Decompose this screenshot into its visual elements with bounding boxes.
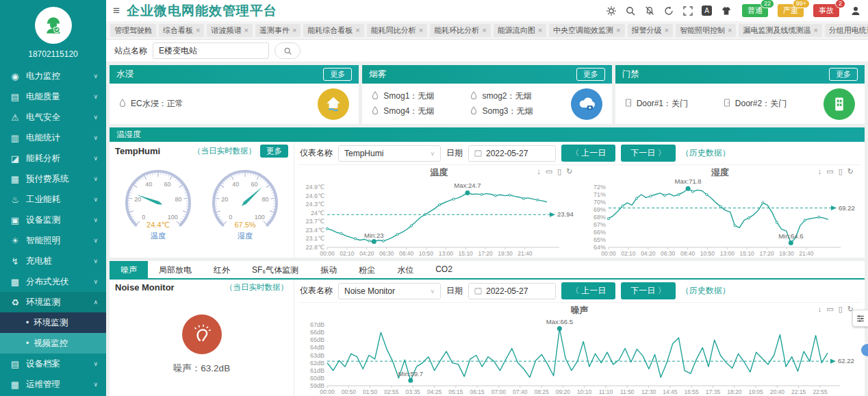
sidebar-item-电能质量[interactable]: ▤电能质量∨	[0, 86, 106, 107]
tab-能耗综合看板[interactable]: 能耗综合看板×	[303, 24, 363, 37]
close-icon[interactable]: ×	[292, 26, 296, 34]
sidebar-item-电能统计[interactable]: ▥电能统计∨	[0, 127, 106, 148]
meter-select[interactable]: TempHumi ∨	[338, 145, 441, 162]
close-icon[interactable]: ×	[538, 26, 542, 34]
mute-bell-icon[interactable]	[643, 5, 655, 16]
history-data-link[interactable]: （历史数据）	[681, 147, 730, 159]
hamburger-icon[interactable]: ≡	[113, 4, 120, 18]
sidebar-item-设备档案[interactable]: ▤设备档案∨	[0, 354, 106, 374]
panel-more-button[interactable]: 更多	[323, 68, 352, 81]
save-image-icon[interactable]: ▯	[839, 167, 843, 176]
close-icon[interactable]: ×	[665, 26, 669, 34]
save-image-icon[interactable]: ▯	[839, 305, 843, 314]
svg-text:20:40: 20:40	[770, 388, 785, 395]
settings-handle[interactable]	[852, 310, 868, 327]
download-icon[interactable]: ↓	[537, 167, 541, 176]
download-icon[interactable]: ↓	[818, 167, 822, 176]
close-icon[interactable]: ×	[244, 26, 248, 34]
theme-shirt-icon[interactable]	[720, 5, 732, 16]
tab-智能照明控制[interactable]: 智能照明控制×	[676, 24, 736, 37]
restore-icon[interactable]: ▭	[826, 305, 833, 314]
tab-能源流向图[interactable]: 能源流向图×	[494, 24, 546, 37]
temphumi-chart-area: 仪表名称 TempHumi ∨ 日期 2022-05-27 〈 上一日	[294, 142, 865, 258]
close-icon[interactable]: ×	[419, 26, 423, 34]
save-image-icon[interactable]: ▯	[557, 167, 561, 176]
app-title: 企业微电网能效管理平台	[127, 2, 277, 20]
restore-icon[interactable]: ▭	[546, 167, 552, 176]
refresh-icon[interactable]	[663, 5, 674, 16]
env-tab-局部放电[interactable]: 局部放电	[148, 261, 203, 278]
env-tab-振动[interactable]: 振动	[309, 261, 348, 278]
alarm-badge-事故[interactable]: 事故2	[813, 4, 839, 17]
tab-中央空调能效监测[interactable]: 中央空调能效监测×	[549, 24, 624, 37]
env-tab-SF₆气体监测[interactable]: SF₆气体监测	[241, 261, 309, 278]
date-picker[interactable]: 2022-05-27	[468, 145, 556, 162]
panel-more-button[interactable]: 更多	[829, 68, 858, 81]
date-picker[interactable]: 2022-05-27	[468, 283, 556, 299]
site-name-input[interactable]	[153, 42, 269, 59]
env-tab-噪声[interactable]: 噪声	[110, 261, 148, 278]
sidebar-item-环境监测[interactable]: ♻环境监测∧	[0, 292, 106, 312]
tab-综合看板[interactable]: 综合看板×	[159, 24, 204, 37]
sidebar-subitem-环境监测[interactable]: •环境监测	[0, 312, 106, 333]
sidebar-item-智能照明[interactable]: ☀智能照明∨	[0, 230, 106, 251]
tab-漏电监测及线缆测温[interactable]: 漏电监测及线缆测温×	[739, 24, 821, 37]
site-search-button[interactable]	[275, 42, 301, 59]
close-icon[interactable]: ×	[196, 26, 200, 34]
temphumi-more-button[interactable]: 更多	[260, 145, 288, 158]
env-tab-红外[interactable]: 红外	[203, 261, 241, 278]
user-icon[interactable]	[850, 5, 861, 16]
sidebar-item-电力监控[interactable]: ◉电力监控∨	[0, 66, 106, 86]
sidebar-item-运维管理[interactable]: ▦运维管理∨	[0, 374, 106, 395]
avatar[interactable]	[35, 7, 72, 44]
next-day-button[interactable]: 下一日 〉	[621, 282, 675, 299]
panel-more-button[interactable]: 更多	[576, 68, 605, 81]
tab-管理驾驶舱[interactable]: 管理驾驶舱	[110, 24, 156, 37]
tab-能耗同比分析[interactable]: 能耗同比分析×	[367, 24, 427, 37]
tab-能耗环比分析[interactable]: 能耗环比分析×	[430, 24, 490, 37]
svg-text:60dB: 60dB	[310, 375, 324, 382]
fullscreen-icon[interactable]	[682, 5, 693, 16]
svg-text:19:05: 19:05	[748, 388, 763, 395]
refresh-icon[interactable]: ↻	[847, 167, 854, 176]
meter-select[interactable]: Noise Monitor ∨	[338, 283, 441, 299]
close-icon[interactable]: ×	[482, 26, 486, 34]
svg-text:100: 100	[167, 214, 177, 221]
history-data-link[interactable]: （历史数据）	[681, 285, 730, 297]
close-icon[interactable]: ×	[355, 26, 359, 34]
refresh-icon[interactable]: ↻	[566, 167, 572, 176]
restore-icon[interactable]: ▭	[826, 167, 833, 176]
tab-报警分级[interactable]: 报警分级×	[628, 24, 673, 37]
svg-text:04:25: 04:25	[427, 388, 442, 395]
sidebar-subitem-label: 环境监测	[34, 317, 68, 329]
sidebar-subitem-视频监控[interactable]: •视频监控	[0, 333, 106, 354]
tab-谐波频谱[interactable]: 谐波频谱×	[207, 24, 252, 37]
tab-遥测事件[interactable]: 遥测事件×	[255, 24, 301, 37]
next-day-button[interactable]: 下一日 〉	[621, 145, 675, 162]
sidebar-item-分布式光伏[interactable]: ▩分布式光伏∨	[0, 271, 106, 292]
close-icon[interactable]: ×	[728, 26, 732, 34]
download-icon[interactable]: ↓	[818, 305, 822, 314]
env-tab-水位[interactable]: 水位	[386, 261, 424, 278]
sidebar-item-充电桩[interactable]: ↯充电桩∨	[0, 251, 106, 271]
sidebar-item-工业能耗[interactable]: ♨工业能耗∨	[0, 189, 106, 210]
close-icon[interactable]: ×	[616, 26, 620, 34]
noise-realtime-label: （当日实时数据）	[225, 282, 288, 293]
door-icon	[724, 99, 730, 109]
alarm-badge-严重[interactable]: 严重99+	[778, 4, 804, 17]
sidebar-item-能耗分析[interactable]: ◪能耗分析∨	[0, 148, 106, 169]
sidebar-item-设备监测[interactable]: ▣设备监测∨	[0, 210, 106, 230]
prev-day-button[interactable]: 〈 上一日	[561, 282, 615, 299]
gear-icon[interactable]	[605, 5, 617, 16]
env-tab-粉尘[interactable]: 粉尘	[348, 261, 386, 278]
sidebar-item-电气安全[interactable]: ⚠电气安全∨	[0, 107, 106, 127]
search-icon[interactable]	[624, 5, 636, 16]
close-icon[interactable]: ×	[813, 26, 817, 34]
tab-分组用电统计[interactable]: 分组用电统计×	[825, 24, 868, 37]
sidebar-item-预付费系统[interactable]: ▦预付费系统∨	[0, 169, 106, 189]
env-tab-CO2[interactable]: CO2	[424, 261, 463, 278]
prev-day-button[interactable]: 〈 上一日	[561, 145, 615, 162]
alarm-badge-普通[interactable]: 普通22	[742, 4, 768, 17]
translate-icon[interactable]: A	[701, 5, 713, 16]
alarm-badge-count: 2	[835, 0, 845, 8]
